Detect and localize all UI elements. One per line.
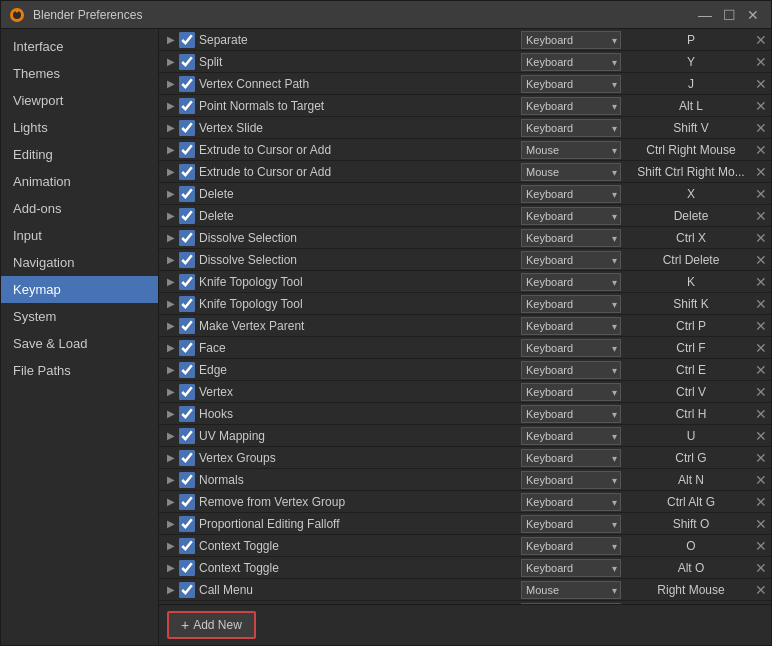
row-checkbox[interactable]	[179, 494, 195, 510]
delete-row-button[interactable]: ✕	[751, 318, 771, 334]
delete-row-button[interactable]: ✕	[751, 384, 771, 400]
type-select[interactable]: Keyboard Mouse Timer NDOF	[521, 295, 621, 313]
expand-icon[interactable]: ▶	[163, 98, 179, 114]
sidebar-item-lights[interactable]: Lights	[1, 114, 158, 141]
delete-row-button[interactable]: ✕	[751, 98, 771, 114]
type-select[interactable]: Keyboard Mouse Timer NDOF	[521, 427, 621, 445]
type-select[interactable]: Keyboard Mouse Timer NDOF	[521, 229, 621, 247]
expand-icon[interactable]: ▶	[163, 450, 179, 466]
row-checkbox[interactable]	[179, 340, 195, 356]
row-checkbox[interactable]	[179, 296, 195, 312]
minimize-button[interactable]: —	[695, 5, 715, 25]
row-checkbox[interactable]	[179, 76, 195, 92]
delete-row-button[interactable]: ✕	[751, 450, 771, 466]
type-select[interactable]: Keyboard Mouse Timer NDOF	[521, 207, 621, 225]
expand-icon[interactable]: ▶	[163, 494, 179, 510]
sidebar-item-system[interactable]: System	[1, 303, 158, 330]
type-select[interactable]: Keyboard Mouse Timer NDOF	[521, 383, 621, 401]
expand-icon[interactable]: ▶	[163, 362, 179, 378]
expand-icon[interactable]: ▶	[163, 560, 179, 576]
type-select[interactable]: Keyboard Mouse Timer NDOF	[521, 141, 621, 159]
sidebar-item-themes[interactable]: Themes	[1, 60, 158, 87]
sidebar-item-viewport[interactable]: Viewport	[1, 87, 158, 114]
expand-icon[interactable]: ▶	[163, 296, 179, 312]
row-checkbox[interactable]	[179, 208, 195, 224]
delete-row-button[interactable]: ✕	[751, 296, 771, 312]
type-select[interactable]: Keyboard Mouse Timer NDOF	[521, 493, 621, 511]
delete-row-button[interactable]: ✕	[751, 406, 771, 422]
row-checkbox[interactable]	[179, 582, 195, 598]
delete-row-button[interactable]: ✕	[751, 472, 771, 488]
row-checkbox[interactable]	[179, 560, 195, 576]
add-new-button[interactable]: + Add New	[167, 611, 256, 639]
type-select[interactable]: Keyboard Mouse Timer NDOF	[521, 97, 621, 115]
expand-icon[interactable]: ▶	[163, 384, 179, 400]
type-select[interactable]: Keyboard Mouse Timer NDOF	[521, 361, 621, 379]
sidebar-item-save-load[interactable]: Save & Load	[1, 330, 158, 357]
close-button[interactable]: ✕	[743, 5, 763, 25]
expand-icon[interactable]: ▶	[163, 516, 179, 532]
type-select[interactable]: Keyboard Mouse Timer NDOF	[521, 75, 621, 93]
sidebar-item-animation[interactable]: Animation	[1, 168, 158, 195]
type-select[interactable]: Keyboard Mouse Timer NDOF	[521, 405, 621, 423]
row-checkbox[interactable]	[179, 516, 195, 532]
expand-icon[interactable]: ▶	[163, 406, 179, 422]
type-select[interactable]: Keyboard Mouse Timer NDOF	[521, 515, 621, 533]
expand-icon[interactable]: ▶	[163, 76, 179, 92]
delete-row-button[interactable]: ✕	[751, 76, 771, 92]
expand-icon[interactable]: ▶	[163, 164, 179, 180]
type-select[interactable]: Keyboard Mouse Timer NDOF	[521, 53, 621, 71]
delete-row-button[interactable]: ✕	[751, 186, 771, 202]
row-checkbox[interactable]	[179, 120, 195, 136]
row-checkbox[interactable]	[179, 318, 195, 334]
delete-row-button[interactable]: ✕	[751, 142, 771, 158]
expand-icon[interactable]: ▶	[163, 428, 179, 444]
row-checkbox[interactable]	[179, 142, 195, 158]
delete-row-button[interactable]: ✕	[751, 340, 771, 356]
sidebar-item-keymap[interactable]: Keymap	[1, 276, 158, 303]
expand-icon[interactable]: ▶	[163, 252, 179, 268]
delete-row-button[interactable]: ✕	[751, 428, 771, 444]
type-select[interactable]: Keyboard Mouse Timer NDOF	[521, 449, 621, 467]
type-select[interactable]: Keyboard Mouse Timer NDOF	[521, 163, 621, 181]
delete-row-button[interactable]: ✕	[751, 164, 771, 180]
row-checkbox[interactable]	[179, 450, 195, 466]
row-checkbox[interactable]	[179, 384, 195, 400]
expand-icon[interactable]: ▶	[163, 54, 179, 70]
keymap-table[interactable]: ▶ Separate Keyboard Mouse Timer NDOF P ✕…	[159, 29, 771, 604]
expand-icon[interactable]: ▶	[163, 274, 179, 290]
type-select[interactable]: Keyboard Mouse Timer NDOF	[521, 339, 621, 357]
type-select[interactable]: Keyboard Mouse Timer NDOF	[521, 581, 621, 599]
type-select[interactable]: Keyboard Mouse Timer NDOF	[521, 31, 621, 49]
expand-icon[interactable]: ▶	[163, 230, 179, 246]
expand-icon[interactable]: ▶	[163, 318, 179, 334]
sidebar-item-interface[interactable]: Interface	[1, 33, 158, 60]
row-checkbox[interactable]	[179, 362, 195, 378]
type-select[interactable]: Keyboard Mouse Timer NDOF	[521, 471, 621, 489]
row-checkbox[interactable]	[179, 428, 195, 444]
expand-icon[interactable]: ▶	[163, 538, 179, 554]
delete-row-button[interactable]: ✕	[751, 582, 771, 598]
type-select[interactable]: Keyboard Mouse Timer NDOF	[521, 317, 621, 335]
row-checkbox[interactable]	[179, 230, 195, 246]
row-checkbox[interactable]	[179, 252, 195, 268]
expand-icon[interactable]: ▶	[163, 142, 179, 158]
sidebar-item-editing[interactable]: Editing	[1, 141, 158, 168]
delete-row-button[interactable]: ✕	[751, 560, 771, 576]
row-checkbox[interactable]	[179, 164, 195, 180]
delete-row-button[interactable]: ✕	[751, 516, 771, 532]
delete-row-button[interactable]: ✕	[751, 54, 771, 70]
type-select[interactable]: Keyboard Mouse Timer NDOF	[521, 119, 621, 137]
delete-row-button[interactable]: ✕	[751, 208, 771, 224]
type-select[interactable]: Keyboard Mouse Timer NDOF	[521, 537, 621, 555]
expand-icon[interactable]: ▶	[163, 582, 179, 598]
row-checkbox[interactable]	[179, 274, 195, 290]
expand-icon[interactable]: ▶	[163, 472, 179, 488]
row-checkbox[interactable]	[179, 98, 195, 114]
sidebar-item-input[interactable]: Input	[1, 222, 158, 249]
type-select[interactable]: Keyboard Mouse Timer NDOF	[521, 273, 621, 291]
row-checkbox[interactable]	[179, 186, 195, 202]
delete-row-button[interactable]: ✕	[751, 538, 771, 554]
row-checkbox[interactable]	[179, 54, 195, 70]
delete-row-button[interactable]: ✕	[751, 274, 771, 290]
